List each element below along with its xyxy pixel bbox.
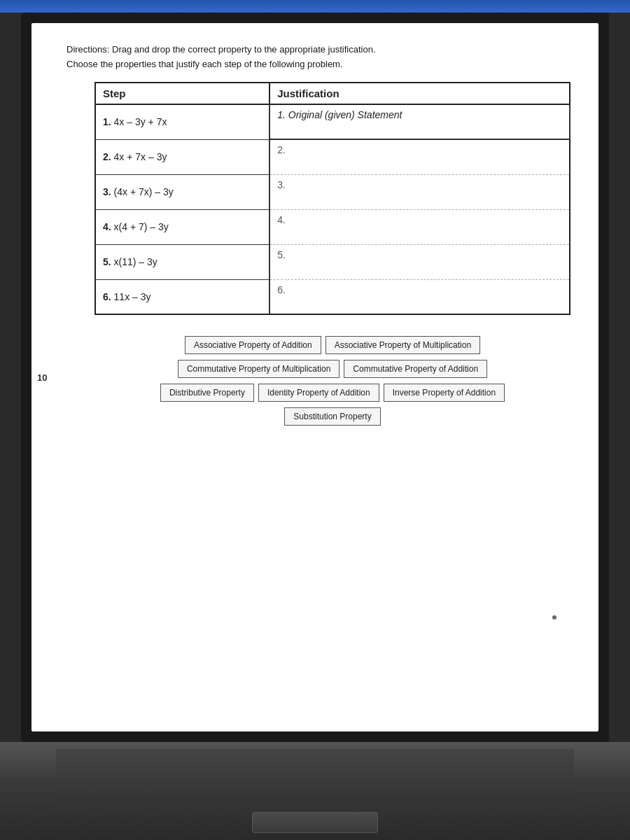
keyboard [56, 749, 574, 805]
property-substitution[interactable]: Substitution Property [284, 407, 380, 426]
justification-cell[interactable]: 6. [270, 279, 570, 314]
screen-bezel: 10 Directions: Drag and drop the correct… [21, 13, 609, 742]
property-inverse-addition[interactable]: Inverse Property of Addition [384, 384, 505, 402]
step-cell: 6. 11x – 3y [95, 279, 270, 314]
property-commutative-multiplication[interactable]: Commutative Property of Multiplication [178, 360, 340, 378]
property-row-1: Associative Property of Addition Associa… [94, 336, 570, 354]
table-row: 2. 4x + 7x – 3y2. [95, 139, 570, 174]
screen-indicator-dot [552, 615, 556, 620]
laptop-bottom [0, 742, 630, 840]
table-row: 5. x(11) – 3y5. [95, 244, 570, 279]
property-identity-addition[interactable]: Identity Property of Addition [258, 384, 379, 402]
table-row: 6. 11x – 3y6. [95, 279, 570, 314]
table-row: 1. 4x – 3y + 7x1. Original (given) State… [95, 104, 570, 139]
justification-cell[interactable]: 4. [270, 209, 570, 244]
step-cell: 2. 4x + 7x – 3y [95, 139, 270, 174]
table-row: 4. x(4 + 7) – 3y4. [95, 209, 570, 244]
property-row-3: Distributive Property Identity Property … [94, 384, 570, 402]
justification-cell[interactable]: 1. Original (given) Statement [270, 104, 570, 139]
steps-table: Step Justification 1. 4x – 3y + 7x1. Ori… [94, 82, 570, 315]
justification-cell[interactable]: 3. [270, 174, 570, 209]
col-header-justification: Justification [270, 83, 570, 104]
properties-area: Associative Property of Addition Associa… [94, 336, 570, 426]
directions-line2: Choose the properties that justify each … [66, 59, 584, 69]
screen-area: 10 Directions: Drag and drop the correct… [31, 23, 598, 732]
page-number: 10 [37, 372, 47, 383]
property-row-2: Commutative Property of Multiplication C… [94, 360, 570, 378]
step-cell: 5. x(11) – 3y [95, 244, 270, 279]
property-row-4: Substitution Property [94, 407, 570, 426]
step-cell: 3. (4x + 7x) – 3y [95, 174, 270, 209]
property-commutative-addition[interactable]: Commutative Property of Addition [344, 360, 487, 378]
main-content: Directions: Drag and drop the correct pr… [66, 44, 584, 431]
property-distributive[interactable]: Distributive Property [160, 384, 254, 402]
step-cell: 1. 4x – 3y + 7x [95, 104, 270, 139]
trackpad [252, 812, 378, 833]
justification-cell[interactable]: 5. [270, 244, 570, 279]
property-associative-multiplication[interactable]: Associative Property of Multiplication [326, 336, 480, 354]
blue-header-bar [0, 0, 630, 13]
property-associative-addition[interactable]: Associative Property of Addition [185, 336, 321, 354]
col-header-step: Step [95, 83, 270, 104]
step-cell: 4. x(4 + 7) – 3y [95, 209, 270, 244]
table-row: 3. (4x + 7x) – 3y3. [95, 174, 570, 209]
justification-cell[interactable]: 2. [270, 139, 570, 174]
directions-line1: Directions: Drag and drop the correct pr… [66, 44, 584, 55]
